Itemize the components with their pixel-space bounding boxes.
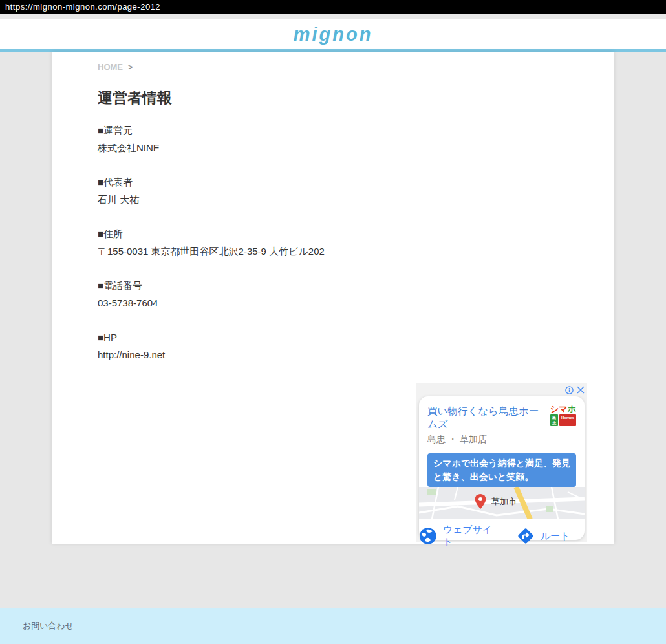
close-icon[interactable] [577,386,585,394]
url-text: https://mignon-mignon.com/page-2012 [5,2,160,12]
section-operator: ■運営元 株式会社NINE [98,122,614,156]
section-value: 03-5738-7604 [98,297,158,308]
logo-badges: 島忠 Homes [550,414,576,426]
logo-badge-left: 島忠 [550,414,558,426]
ad-container: 買い物行くなら島忠ホームズ シマホ 島忠 Homes 島忠 ・ 草加店 シマホで… [416,383,587,542]
logo-text: シマホ [550,405,576,413]
route-button[interactable]: ルート [502,527,585,545]
route-button-label: ルート [541,530,570,542]
section-label: ■代表者 [98,177,133,188]
url-bar: https://mignon-mignon.com/page-2012 [0,0,666,14]
section-representative: ■代表者 石川 大祐 [98,173,614,208]
section-phone: ■電話番号 03-5738-7604 [98,277,614,312]
browser-strip [0,14,666,19]
contact-link[interactable]: お問い合わせ [23,620,74,632]
section-address: ■住所 〒155-0031 東京都世田谷区北沢2-35-9 大竹ビル202 [98,225,614,260]
map-label: 草加市 [491,496,517,508]
website-button[interactable]: ウェブサイト [419,524,502,548]
section-value: 株式会社NINE [98,142,160,153]
ad-subtitle: 島忠 ・ 草加店 [427,434,576,445]
site-header: mignon [0,19,666,49]
ad-title-link[interactable]: 買い物行くなら島忠ホームズ [427,405,549,431]
section-hp: ■HP http://nine-9.net [98,328,614,363]
section-label: ■電話番号 [98,280,142,291]
section-value: http://nine-9.net [98,349,165,360]
ad-title-row: 買い物行くなら島忠ホームズ シマホ 島忠 Homes [427,405,576,431]
page-title: 運営者情報 [98,88,614,108]
advertiser-logo: シマホ 島忠 Homes [550,405,576,431]
section-value: 〒155-0031 東京都世田谷区北沢2-35-9 大竹ビル202 [98,246,325,257]
logo-badge-right: Homes [559,414,576,426]
site-logo[interactable]: mignon [294,24,373,45]
ad-map[interactable]: 草加市 [419,487,585,519]
breadcrumb: HOME > [98,62,614,72]
ad-card[interactable]: 買い物行くなら島忠ホームズ シマホ 島忠 Homes 島忠 ・ 草加店 シマホで… [419,396,585,540]
website-button-label: ウェブサイト [443,524,502,548]
ad-banner[interactable]: シマホで出会う納得と満足、発見と驚き、出会いと笑顔。 [427,453,576,487]
globe-icon [419,527,437,545]
ad-buttons: ウェブサイト ルート [419,519,585,553]
map-center: 草加市 [475,494,517,510]
map-pin-icon [475,494,486,510]
section-label: ■住所 [98,228,123,239]
operator-info-sections: ■運営元 株式会社NINE ■代表者 石川 大祐 ■住所 〒155-0031 東… [98,122,614,363]
footer: お問い合わせ [0,608,666,644]
breadcrumb-home-link[interactable]: HOME [98,62,123,72]
section-label: ■運営元 [98,125,133,136]
section-label: ■HP [98,332,117,343]
info-icon[interactable] [565,386,574,394]
breadcrumb-separator: > [128,62,133,72]
ad-choices-bar [416,383,587,395]
section-value: 石川 大祐 [98,194,139,205]
main-area: HOME > 運営者情報 ■運営元 株式会社NINE ■代表者 石川 大祐 ■住… [0,52,666,608]
directions-icon [517,527,535,545]
